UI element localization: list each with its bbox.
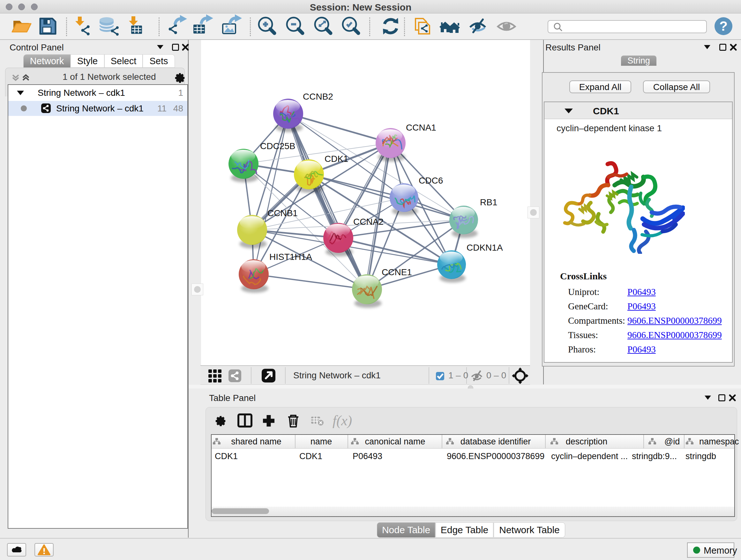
svg-text:HIST1H1A: HIST1H1A xyxy=(269,252,312,262)
svg-text:CCNB2: CCNB2 xyxy=(303,91,333,102)
svg-text:CDKN1A: CDKN1A xyxy=(467,243,503,253)
svg-text:f(x): f(x) xyxy=(333,413,352,428)
svg-text:CCNB1: CCNB1 xyxy=(267,208,298,218)
svg-text:CCNE1: CCNE1 xyxy=(382,267,412,277)
svg-text:CCNA1: CCNA1 xyxy=(406,123,436,132)
svg-text:RB1: RB1 xyxy=(480,197,497,207)
svg-text:CDC25B: CDC25B xyxy=(260,141,295,151)
svg-text:CCNA2: CCNA2 xyxy=(353,217,384,227)
svg-text:CDK1: CDK1 xyxy=(325,154,348,164)
svg-text:?: ? xyxy=(719,18,728,34)
svg-text:CDC6: CDC6 xyxy=(419,176,443,186)
